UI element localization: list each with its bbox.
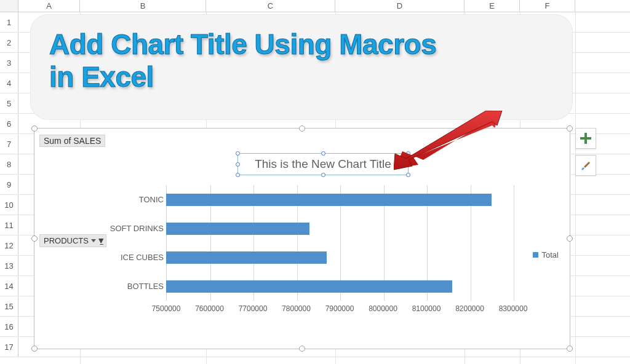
x-tick-label: 7500000 (152, 304, 181, 313)
row-header[interactable]: 2 (0, 33, 18, 52)
row-header[interactable]: 9 (0, 175, 18, 194)
chart-styles-button[interactable] (575, 155, 596, 176)
x-tick-label: 8200000 (455, 304, 484, 313)
column-header[interactable]: B (80, 0, 206, 12)
category-label: BOTTLES (127, 282, 164, 291)
chart-title-textbox[interactable]: This is the New Chart Title (237, 153, 409, 175)
row-header[interactable]: 8 (0, 154, 18, 174)
row-header[interactable]: 12 (0, 235, 18, 255)
banner-line-2: in Excel (49, 61, 554, 93)
plot-area: 7500000760000077000007800000790000080000… (138, 185, 513, 318)
textbox-handle-icon[interactable] (236, 162, 240, 167)
resize-handle-icon[interactable] (299, 346, 305, 352)
column-header[interactable]: E (465, 0, 520, 12)
row-header[interactable]: 6 (0, 114, 18, 133)
bar[interactable] (166, 223, 309, 235)
plus-icon (580, 133, 591, 144)
column-header[interactable]: A (18, 0, 80, 12)
textbox-handle-icon[interactable] (406, 173, 410, 177)
column-header[interactable]: C (206, 0, 335, 12)
textbox-handle-icon[interactable] (236, 151, 240, 156)
row-header[interactable]: 16 (0, 317, 18, 336)
x-tick-label: 7700000 (239, 304, 268, 313)
bar[interactable] (166, 251, 327, 264)
resize-handle-icon[interactable] (567, 125, 573, 132)
chart-float-toolbar (575, 128, 596, 182)
legend-label: Total (542, 250, 559, 259)
column-header[interactable]: D (335, 0, 465, 12)
products-label: PRODUCTS (44, 236, 89, 245)
x-tick-label: 8000000 (369, 304, 397, 313)
category-label: SOFT DRINKS (110, 224, 164, 233)
bar[interactable] (166, 280, 452, 293)
x-tick-label: 8300000 (499, 304, 528, 313)
resize-handle-icon[interactable] (31, 125, 38, 132)
row-header[interactable]: 17 (0, 337, 18, 357)
column-gridline (575, 12, 576, 364)
chart-title-text: This is the New Chart Title (255, 157, 391, 171)
annotation-arrow-icon (394, 111, 504, 172)
row-header[interactable]: 11 (0, 215, 18, 235)
row-header[interactable]: 13 (0, 256, 18, 275)
row-header[interactable]: 1 (0, 12, 18, 32)
page-title-banner: Add Chart Title Using Macros in Excel (31, 15, 572, 119)
row-header[interactable]: 15 (0, 296, 18, 316)
products-filter-pill[interactable]: PRODUCTS ▼̲ (39, 234, 106, 247)
row-header[interactable]: 10 (0, 195, 18, 215)
row-header[interactable]: 3 (0, 53, 18, 73)
bar[interactable] (166, 194, 492, 206)
row-header[interactable]: 14 (0, 276, 18, 296)
column-header[interactable]: F (520, 0, 575, 12)
banner-line-1: Add Chart Title Using Macros (49, 28, 554, 61)
legend: Total (533, 250, 559, 259)
sum-of-sales-label: Sum of SALES (39, 135, 105, 147)
select-all-corner[interactable] (0, 0, 18, 12)
textbox-handle-icon[interactable] (321, 151, 325, 156)
x-tick-label: 7900000 (325, 304, 354, 313)
gridline (514, 185, 514, 301)
resize-handle-icon[interactable] (567, 235, 573, 242)
legend-swatch-icon (533, 252, 538, 258)
x-tick-label: 8100000 (412, 304, 441, 313)
paintbrush-icon (580, 159, 592, 172)
row-header[interactable]: 4 (0, 73, 18, 93)
resize-handle-icon[interactable] (299, 125, 305, 132)
resize-handle-icon[interactable] (567, 346, 573, 352)
x-tick-label: 7800000 (282, 304, 311, 313)
resize-handle-icon[interactable] (31, 235, 38, 242)
resize-handle-icon[interactable] (31, 346, 38, 352)
textbox-handle-icon[interactable] (321, 173, 325, 177)
column-headers: ABCDEF (0, 0, 630, 12)
textbox-handle-icon[interactable] (236, 173, 240, 177)
category-label: TONIC (139, 195, 164, 204)
dropdown-icon (91, 239, 96, 242)
x-tick-label: 7600000 (195, 304, 224, 313)
filter-icon: ▼̲ (98, 237, 103, 245)
row-header[interactable]: 5 (0, 93, 18, 113)
row-header[interactable]: 7 (0, 134, 18, 154)
chart-elements-button[interactable] (575, 128, 596, 149)
category-label: ICE CUBES (121, 253, 164, 262)
